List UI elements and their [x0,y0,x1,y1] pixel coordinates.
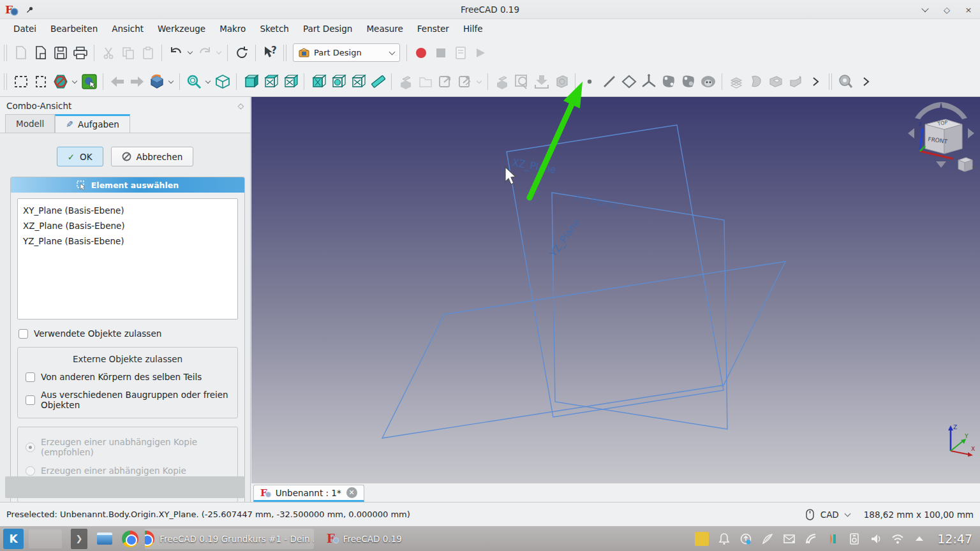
local-cs-icon[interactable] [639,72,658,92]
redo-icon[interactable] [195,43,214,62]
make-link-icon[interactable] [435,72,455,92]
3d-canvas[interactable]: XZ_Plane XY_Plane YZ_Plane [251,97,980,483]
view-dropdown-icon[interactable] [167,73,175,90]
datum-point-icon[interactable] [579,72,599,92]
undo-icon[interactable] [166,43,186,62]
wifi-tray-icon[interactable] [891,533,904,545]
menu-sketch[interactable]: Sketch [253,21,295,36]
datum-line-icon[interactable] [599,72,619,92]
3d-viewport[interactable]: XZ_Plane XY_Plane YZ_Plane [251,97,980,502]
menu-makro[interactable]: Makro [212,21,253,36]
app-launcher-button[interactable]: K [3,529,24,549]
menu-datei[interactable]: Datei [6,21,43,36]
paste-icon[interactable] [138,43,158,62]
menu-fenster[interactable]: Fenster [410,21,456,36]
cut-icon[interactable] [98,43,118,62]
plane-list[interactable]: XY_Plane (Basis-Ebene) XZ_Plane (Basis-E… [17,198,238,320]
bottom-view-icon[interactable] [328,72,348,92]
virtual-desktop-pager[interactable] [29,529,62,548]
loft-icon[interactable] [785,72,805,92]
chrome-launcher-icon[interactable] [122,529,138,549]
menu-werkzeuge[interactable]: Werkzeuge [151,21,212,36]
independent-copy-radio[interactable] [26,443,35,452]
copy-icon[interactable] [118,43,138,62]
create-body-disabled-icon[interactable] [396,72,415,92]
macro-record-icon[interactable] [411,43,431,62]
panel-float-icon[interactable]: ◇ [238,101,244,110]
clone-dark-icon[interactable] [698,72,718,92]
allow-used-checkbox[interactable] [19,329,28,339]
measure-distance-icon[interactable] [368,72,387,92]
undo-dropdown-icon[interactable] [186,45,195,61]
maximize-button[interactable]: ◇ [942,4,952,15]
list-item-xy-plane[interactable]: XY_Plane (Basis-Ebene) [23,203,232,218]
clipping-dropdown-icon[interactable] [70,73,79,90]
list-item-yz-plane[interactable]: YZ_Plane (Basis-Ebene) [23,233,232,249]
redo-dropdown-icon[interactable] [214,45,223,61]
nav-style-dropdown-icon[interactable] [844,510,850,517]
new-document-icon[interactable] [11,43,31,62]
nav-forward-icon[interactable] [127,72,147,92]
revolve-icon[interactable] [746,72,766,92]
pd-sub-shapebinder-icon[interactable] [531,72,551,92]
pd-clone-icon[interactable] [551,72,571,92]
macro-play-icon[interactable] [470,43,490,62]
network-tray-icon[interactable] [805,533,817,545]
color-profile-tray-icon[interactable] [826,533,839,545]
nav-back-icon[interactable] [107,72,127,92]
media-player-tray-icon[interactable] [848,533,861,545]
refresh-icon[interactable] [232,43,251,62]
box-element-selection-icon[interactable] [31,72,50,92]
menu-hilfe[interactable]: Hilfe [456,21,490,36]
front-view-icon[interactable] [241,72,260,92]
workbench-selector[interactable]: Part Design [293,43,400,62]
fit-all-icon[interactable] [184,72,204,92]
sub-shapebinder-dark-icon[interactable] [678,72,698,92]
groove-icon[interactable] [766,72,785,92]
document-tab[interactable]: F Unbenannt : 1* ✕ [253,485,364,502]
top-view-icon[interactable] [260,72,280,92]
measure-tape-icon[interactable] [836,72,856,92]
navigation-cube[interactable]: TOP FRONT z [906,100,976,175]
tray-expand-icon[interactable] [913,533,926,545]
selection-view-icon[interactable] [79,72,99,92]
menu-part-design[interactable]: Part Design [296,21,360,36]
document-close-icon[interactable]: ✕ [346,487,357,498]
menu-ansicht[interactable]: Ansicht [105,21,151,36]
freecad-task-button[interactable]: F FreeCAD 0.19 [320,529,408,549]
datum-plane-icon[interactable] [619,72,639,92]
macro-edit-icon[interactable] [450,43,470,62]
menu-measure[interactable]: Measure [359,21,410,36]
menu-bearbeiten[interactable]: Bearbeiten [43,21,105,36]
link-dropdown-icon[interactable] [475,73,484,90]
minimize-button[interactable] [920,4,930,15]
list-item-xz-plane[interactable]: XZ_Plane (Basis-Ebene) [23,218,232,233]
shapebinder-dark-icon[interactable] [658,72,678,92]
open-document-icon[interactable] [31,43,50,62]
tab-modell[interactable]: Modell [5,114,55,133]
toolbar-expand-icon[interactable] [805,72,825,92]
chrome-task-button[interactable]: FreeCAD 0.19 Grundkurs #1 - Dein ... [145,529,314,549]
volume-tray-icon[interactable] [870,533,882,545]
box-selection-icon[interactable] [11,72,31,92]
updates-tray-icon[interactable] [739,533,752,545]
pd-create-body-icon[interactable] [492,72,512,92]
navcube-menu-icon[interactable] [958,158,976,172]
left-view-icon[interactable] [348,72,368,92]
pd-shapebinder-icon[interactable] [512,72,531,92]
axonometric-view-icon[interactable] [212,72,232,92]
notifications-bell-icon[interactable] [718,533,731,545]
measure-expand-icon[interactable] [856,72,875,92]
whats-this-icon[interactable]: ? [260,43,279,62]
mail-tray-icon[interactable] [783,533,796,545]
klipper-tray-icon[interactable] [761,533,774,545]
dependent-copy-radio[interactable] [26,466,35,476]
pad-icon[interactable] [726,72,746,92]
other-bodies-checkbox[interactable] [26,372,35,382]
macro-stop-icon[interactable] [431,43,450,62]
print-icon[interactable] [70,43,90,62]
isometric-view-icon[interactable] [147,72,167,92]
tab-aufgaben[interactable]: ✎Aufgaben [55,114,130,133]
save-icon[interactable] [50,43,70,62]
nav-style-label[interactable]: CAD [820,510,839,520]
